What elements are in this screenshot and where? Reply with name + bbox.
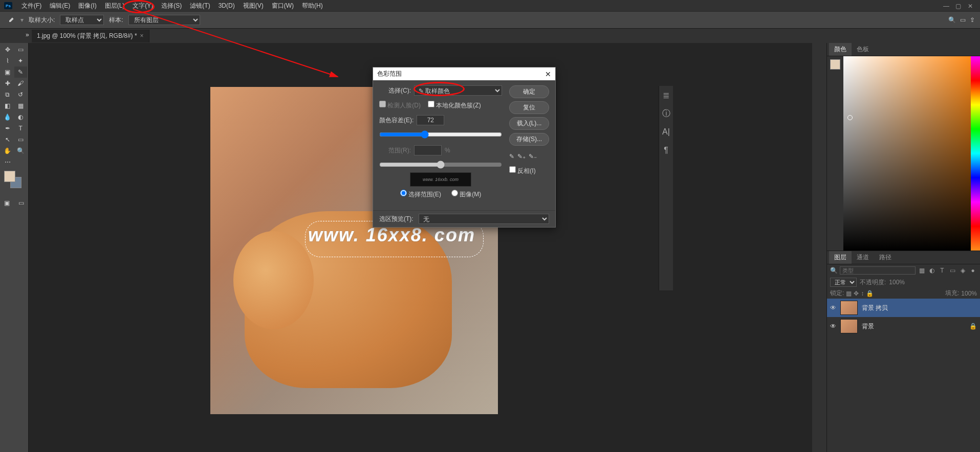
- hand-tool[interactable]: ✋: [1, 145, 14, 156]
- select-method-dropdown[interactable]: ✎ 取样颜色: [414, 85, 502, 96]
- path-tool[interactable]: ↖: [1, 134, 14, 145]
- eyedropper-icon[interactable]: ✎: [509, 153, 514, 160]
- marquee-tool[interactable]: ▭: [14, 44, 28, 55]
- paragraph-panel-icon[interactable]: ¶: [659, 141, 673, 160]
- zoom-tool[interactable]: 🔍: [14, 145, 28, 156]
- workspace-icon[interactable]: ▭: [960, 16, 966, 24]
- tab-layers[interactable]: 图层: [829, 251, 852, 264]
- sample-size-select[interactable]: 取样点: [60, 15, 104, 25]
- lock-nested-icon[interactable]: ↕: [861, 290, 864, 297]
- opacity-value[interactable]: 100%: [889, 279, 905, 286]
- filter-shape-icon[interactable]: ▭: [948, 266, 956, 275]
- fg-color-swatch[interactable]: [4, 171, 15, 182]
- lasso-tool[interactable]: ⌇: [1, 55, 14, 66]
- blend-mode-select[interactable]: 正常: [830, 278, 857, 287]
- layer-filter-input[interactable]: [840, 266, 916, 275]
- lock-pixels-icon[interactable]: ▦: [846, 290, 852, 297]
- visibility-icon[interactable]: 👁: [830, 323, 836, 330]
- lock-all-icon[interactable]: 🔒: [866, 290, 874, 297]
- hue-slider[interactable]: [971, 56, 980, 251]
- tab-close-icon[interactable]: ×: [140, 32, 144, 39]
- filter-search-icon: 🔍: [830, 267, 838, 274]
- stamp-tool[interactable]: ⧉: [1, 89, 14, 100]
- fill-value[interactable]: 100%: [961, 290, 977, 297]
- eraser-tool[interactable]: ◧: [1, 100, 14, 111]
- type-tool[interactable]: T: [14, 123, 28, 134]
- save-button[interactable]: 存储(S)...: [509, 133, 549, 146]
- filter-adjust-icon[interactable]: ◐: [928, 266, 936, 275]
- heal-tool[interactable]: ✚: [1, 78, 14, 89]
- tab-menu-icon[interactable]: »: [26, 31, 32, 40]
- lock-icon: 🔒: [969, 323, 977, 330]
- menu-type[interactable]: 文字(Y): [128, 1, 157, 11]
- color-field[interactable]: [843, 56, 971, 251]
- tab-paths[interactable]: 路径: [874, 251, 897, 264]
- dialog-titlebar[interactable]: 色彩范围 ✕: [373, 67, 555, 80]
- visibility-icon[interactable]: 👁: [830, 304, 836, 311]
- menu-help[interactable]: 帮助(H): [298, 1, 327, 11]
- preview-select-dropdown[interactable]: 无: [419, 214, 549, 224]
- crop-tool[interactable]: ▣: [1, 66, 14, 78]
- dodge-tool[interactable]: ◐: [14, 111, 28, 123]
- dialog-close-icon[interactable]: ✕: [545, 70, 551, 78]
- menu-layer[interactable]: 图层(L): [101, 1, 129, 11]
- blur-tool[interactable]: 💧: [1, 111, 14, 123]
- fuzziness-input[interactable]: [417, 115, 444, 125]
- eyedropper-add-icon[interactable]: ✎₊: [517, 153, 526, 160]
- fuzziness-slider[interactable]: [379, 130, 502, 139]
- share-icon[interactable]: ⇪: [970, 16, 975, 24]
- history-brush-tool[interactable]: ↺: [14, 89, 28, 100]
- menu-edit[interactable]: 编辑(E): [46, 1, 74, 11]
- collapsed-dock: ≣ ⓘ A| ¶: [659, 86, 673, 290]
- lock-position-icon[interactable]: ✥: [854, 290, 859, 297]
- color-swatches[interactable]: [4, 171, 25, 191]
- filter-type-icon[interactable]: T: [938, 266, 946, 275]
- menu-select[interactable]: 选择(S): [157, 1, 186, 11]
- local-clusters-check[interactable]: 本地化颜色簇(Z): [428, 101, 481, 110]
- filter-pixel-icon[interactable]: ▦: [918, 266, 926, 275]
- pen-tool[interactable]: ✒: [1, 123, 14, 134]
- menu-view[interactable]: 视图(V): [239, 1, 268, 11]
- filter-toggle-icon[interactable]: ●: [969, 266, 977, 275]
- layer-row[interactable]: 👁 背景 拷贝: [827, 299, 980, 317]
- invert-check[interactable]: 反相(I): [509, 166, 549, 175]
- properties-panel-icon[interactable]: ⓘ: [659, 104, 673, 123]
- brush-tool[interactable]: 🖌: [14, 78, 28, 89]
- menu-image[interactable]: 图像(I): [74, 1, 100, 11]
- filter-smart-icon[interactable]: ◈: [959, 266, 967, 275]
- maximize-icon[interactable]: ▢: [955, 3, 962, 9]
- load-button[interactable]: 载入(L)...: [509, 117, 549, 130]
- radio-image[interactable]: 图像(M): [451, 190, 481, 199]
- more-tools[interactable]: ⋯: [1, 156, 14, 168]
- menu-3d[interactable]: 3D(D): [214, 1, 239, 10]
- color-panel-swatch[interactable]: [830, 59, 840, 70]
- ok-button[interactable]: 确定: [509, 85, 549, 98]
- eyedropper-sub-icon[interactable]: ✎₋: [529, 153, 537, 160]
- screen-mode-icon[interactable]: ▭: [15, 197, 28, 209]
- move-tool[interactable]: ✥: [1, 44, 14, 55]
- gradient-tool[interactable]: ▦: [14, 100, 28, 111]
- tab-color[interactable]: 颜色: [829, 43, 852, 56]
- tab-swatches[interactable]: 色板: [852, 43, 874, 56]
- document-tabs: » 1.jpg @ 100% (背景 拷贝, RGB/8#) * ×: [0, 29, 980, 43]
- history-panel-icon[interactable]: ≣: [659, 86, 673, 104]
- reset-button[interactable]: 复位: [509, 101, 549, 114]
- eyedropper-tool[interactable]: ✎: [14, 66, 28, 78]
- search-icon[interactable]: 🔍: [948, 16, 956, 24]
- menu-window[interactable]: 窗口(W): [268, 1, 298, 11]
- char-panel-icon[interactable]: A|: [659, 123, 673, 141]
- wand-tool[interactable]: ✦: [14, 55, 28, 66]
- fuzziness-label: 颜色容差(E):: [379, 116, 413, 125]
- layer-row[interactable]: 👁 背景 🔒: [827, 317, 980, 335]
- tab-channels[interactable]: 通道: [852, 251, 874, 264]
- radio-selection[interactable]: 选择范围(E): [400, 190, 441, 199]
- select-label: 选择(C):: [379, 86, 411, 95]
- close-icon[interactable]: ✕: [968, 3, 974, 9]
- menu-filter[interactable]: 滤镜(T): [186, 1, 214, 11]
- doc-tab[interactable]: 1.jpg @ 100% (背景 拷贝, RGB/8#) * ×: [32, 30, 149, 42]
- sample-layers-select[interactable]: 所有图层: [128, 15, 200, 25]
- menu-file[interactable]: 文件(F): [17, 1, 46, 11]
- shape-tool[interactable]: ▭: [14, 134, 28, 145]
- minimize-icon[interactable]: —: [943, 3, 949, 9]
- quick-mask-icon[interactable]: ▣: [1, 197, 13, 209]
